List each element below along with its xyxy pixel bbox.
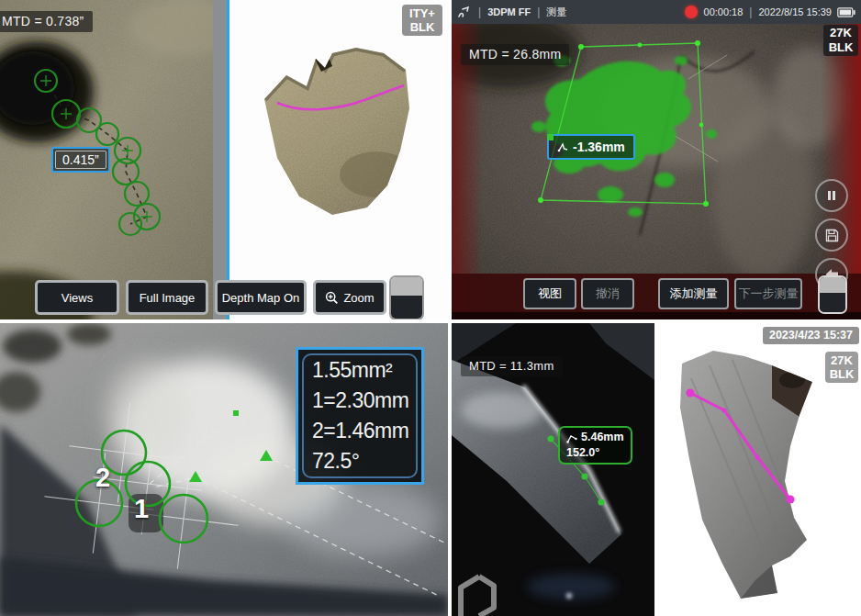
zoom-button-label: Zoom	[343, 291, 374, 305]
depth-result-label[interactable]: -1.36mm	[547, 134, 635, 160]
mtd-readout: MTD = 26.8mm	[461, 44, 569, 65]
next-measurement-button-label: 下一步测量	[739, 286, 799, 302]
badge-line-1: 27K	[829, 353, 855, 367]
length-angle-label[interactable]: 5.46mm 152.0°	[558, 426, 632, 465]
cursor-number-2: 2	[95, 463, 110, 493]
full-image-button-label: Full Image	[140, 291, 196, 305]
side-icon-column	[815, 179, 848, 291]
badge-line-1: 27K	[827, 26, 855, 40]
measurement-value: 0.415”	[55, 151, 106, 169]
screen-toggle[interactable]	[818, 275, 847, 314]
add-measurement-button-label: 添加测量	[670, 286, 718, 302]
length2-result: 2=1.46mm	[312, 416, 408, 446]
active-corner-marker	[547, 134, 554, 140]
separator: |	[537, 6, 540, 18]
point-cloud-area-a[interactable]	[229, 0, 448, 319]
panel-edge-measure: MTD = 11.3mm 5.46mm 152.0° 2023/4/23 15:…	[452, 323, 861, 616]
views-button[interactable]: Views	[35, 280, 119, 315]
length1-result: 1=2.30mm	[312, 386, 408, 416]
magnifier-icon	[325, 291, 339, 305]
status-bar: | 3DPM FF | 测量 00:00:18 | 2022/8/15 15:3…	[452, 0, 861, 24]
point-cloud-a	[229, 0, 448, 319]
measurement-result-box: 1.55mm² 1=2.30mm 2=1.46mm 72.5°	[296, 347, 424, 485]
save-button[interactable]	[815, 218, 848, 252]
badge-line-2: BLK	[827, 40, 855, 55]
length-measure-icon	[566, 432, 577, 443]
badge-line-1: ITY+	[406, 6, 439, 20]
pause-icon	[826, 190, 837, 201]
separator: |	[478, 6, 481, 18]
add-measurement-button[interactable]: 添加测量	[658, 278, 729, 309]
tab-measure[interactable]: 测量	[546, 6, 566, 19]
view-button[interactable]: 视图	[523, 278, 576, 309]
undo-button[interactable]: 撤消	[581, 278, 634, 309]
softkey-row-a: Views Full Image Depth Map On Zoom	[35, 280, 386, 315]
next-measurement-button[interactable]: 下一步测量	[734, 278, 802, 309]
panel-3dpm-measure: | 3DPM FF | 测量 00:00:18 | 2022/8/15 15:3…	[452, 0, 861, 319]
area-result: 1.55mm²	[312, 355, 408, 386]
length-row: 5.46mm	[566, 430, 624, 445]
record-indicator-icon	[685, 6, 698, 18]
angle-value: 152.0°	[566, 445, 624, 461]
badge-line-2: BLK	[829, 367, 855, 381]
depth-map-button-label: Depth Map On	[222, 291, 300, 305]
image-mode-badge: ITY+ BLK	[402, 5, 442, 36]
view-button-label: 视图	[538, 286, 562, 302]
depth-value: -1.36mm	[573, 140, 625, 154]
panel-area-angle-result: 2 1 1.55mm² 1=2.30mm 2=1.46mm 72.5°	[0, 323, 448, 616]
depth-measure-icon	[557, 141, 569, 153]
panel-depth-profile-inch: MTD = 0.738” 0.415” ITY+ BLK Views Full …	[0, 0, 448, 319]
badge-line-2: BLK	[406, 20, 439, 34]
live-image-b	[452, 24, 861, 319]
battery-icon	[837, 7, 855, 17]
record-time: 00:00:18	[704, 6, 744, 17]
mtd-readout: MTD = 11.3mm	[461, 356, 563, 376]
datetime: 2022/8/15 15:39	[758, 6, 832, 17]
datetime-badge: 2023/4/23 15:37	[763, 327, 859, 344]
screen-toggle-bottom	[391, 296, 422, 319]
probe-icon	[457, 6, 472, 18]
length-value: 5.46mm	[581, 430, 624, 445]
full-image-button[interactable]: Full Image	[126, 280, 208, 315]
mtd-readout: MTD = 0.738”	[0, 11, 93, 32]
save-icon	[825, 229, 839, 242]
screen-toggle-bottom	[820, 293, 845, 312]
quality-badge: 27K BLK	[823, 25, 858, 56]
angle-result: 72.5°	[312, 446, 408, 476]
screen-toggle-top	[820, 277, 845, 293]
mode-indicator: 3DPM FF	[487, 6, 531, 17]
undo-button-label: 撤消	[596, 286, 620, 302]
quality-badge: 27K BLK	[825, 352, 858, 383]
split-divider	[213, 0, 227, 319]
screenshot-root: MTD = 0.738” 0.415” ITY+ BLK Views Full …	[0, 0, 861, 616]
screen-toggle[interactable]	[389, 275, 424, 319]
cursor-number-1: 1	[134, 494, 149, 524]
views-button-label: Views	[62, 291, 93, 305]
separator: |	[749, 6, 752, 18]
measurement-result-label[interactable]: 0.415”	[51, 147, 110, 173]
screen-toggle-top	[391, 277, 422, 296]
zoom-button[interactable]: Zoom	[313, 280, 386, 315]
depth-map-button[interactable]: Depth Map On	[215, 280, 307, 315]
pause-button[interactable]	[815, 179, 848, 212]
